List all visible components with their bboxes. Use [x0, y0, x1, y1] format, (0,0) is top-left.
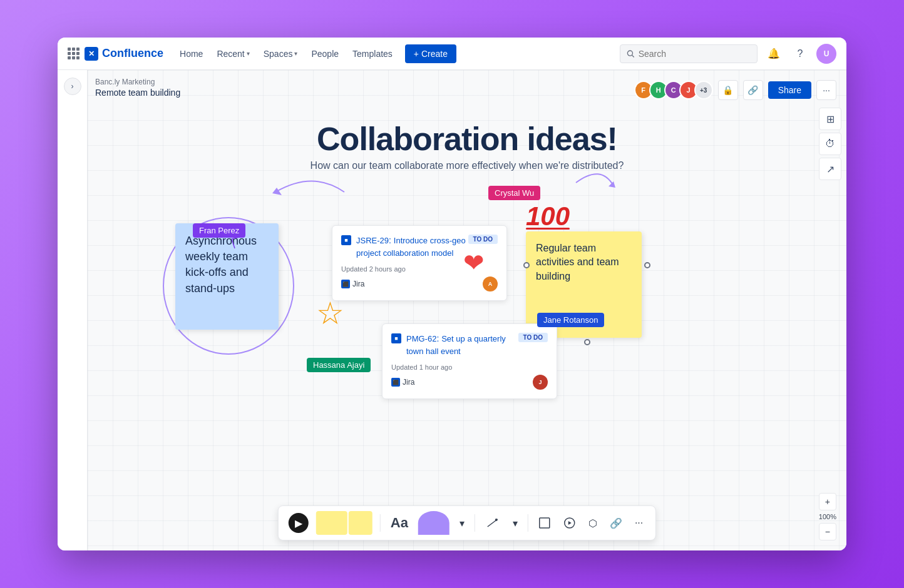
crystal-label: Crystal Wu: [488, 186, 540, 200]
zoom-level: 100%: [819, 513, 836, 520]
sticky-note-blue[interactable]: Asynchronous weekly team kick-offs and s…: [175, 223, 279, 330]
jira-icon-1: ■: [341, 235, 351, 245]
svg-point-2: [495, 519, 498, 521]
spaces-chevron: ▾: [294, 50, 297, 57]
cursor-icon[interactable]: ↗: [819, 158, 841, 180]
dot-connector-left: [523, 262, 530, 268]
lock-button[interactable]: 🔒: [718, 80, 738, 100]
dot-connector-bottom: [584, 339, 590, 345]
nav-people[interactable]: People: [305, 45, 345, 63]
jira-card2-status: TO DO: [518, 333, 548, 342]
bottom-toolbar: ▶ Aa ▾ ▾: [278, 505, 656, 540]
page-header: Banc.ly Marketing Remote team building: [95, 78, 180, 98]
recent-chevron: ▾: [247, 50, 250, 57]
jira-card2-updated: Updated 1 hour ago: [391, 363, 548, 371]
jira-source-icon-1: ⬛: [341, 280, 350, 288]
frame-tool[interactable]: [536, 514, 553, 532]
star-sticker[interactable]: ☆: [316, 295, 344, 332]
jira-card1-avatar: A: [483, 276, 498, 291]
logo-icon: ✕: [85, 47, 98, 61]
layout-icon[interactable]: ⊞: [819, 108, 841, 130]
confluence-logo[interactable]: ✕ Confluence: [85, 47, 163, 61]
navbar: ✕ Confluence Home Recent ▾ Spaces ▾ Peop…: [58, 38, 846, 70]
page-title: Remote team building: [95, 88, 180, 98]
jira-card1-status: TO DO: [468, 235, 498, 244]
stamp-tool[interactable]: ⬡: [586, 515, 600, 532]
share-button[interactable]: Share: [768, 81, 811, 99]
sticky-tool-2[interactable]: [349, 511, 372, 535]
hundred-sticker[interactable]: 100: [526, 201, 570, 230]
jira-card1-title: JSRE-29: Introduce cross-geo project col…: [356, 235, 468, 259]
jane-label: Jane Rotanson: [537, 313, 604, 327]
help-button[interactable]: ?: [790, 44, 810, 64]
nav-templates[interactable]: Templates: [346, 45, 399, 63]
logo-text: Confluence: [102, 47, 163, 60]
svg-rect-3: [540, 518, 550, 528]
search-icon: [627, 49, 635, 58]
dot-connector-right: [644, 262, 650, 268]
zoom-control: + 100% −: [819, 493, 836, 540]
nav-home[interactable]: Home: [173, 45, 209, 63]
search-input[interactable]: [639, 49, 751, 59]
jira-card2-title: PMG-62: Set up a quarterly town hall eve…: [406, 333, 518, 357]
more-options-button[interactable]: ···: [816, 80, 836, 100]
nav-spaces[interactable]: Spaces ▾: [257, 45, 304, 63]
main-canvas[interactable]: Banc.ly Marketing Remote team building F…: [88, 70, 846, 550]
jira-card1-source: ⬛ Jira: [341, 280, 364, 288]
line-chevron[interactable]: ▾: [510, 515, 520, 532]
fran-label: Fran Perez: [193, 223, 245, 238]
jira-card2-source: ⬛ Jira: [391, 378, 414, 387]
browser-window: ✕ Confluence Home Recent ▾ Spaces ▾ Peop…: [58, 38, 846, 550]
shape-chevron[interactable]: ▾: [457, 515, 467, 532]
notifications-button[interactable]: 🔔: [764, 44, 784, 64]
more-tools[interactable]: ···: [632, 515, 645, 531]
link-canvas-tool[interactable]: 🔗: [607, 515, 625, 532]
zoom-in-button[interactable]: +: [819, 493, 836, 510]
nav-links: Home Recent ▾ Spaces ▾ People Templates …: [173, 44, 615, 63]
breadcrumb: Banc.ly Marketing: [95, 78, 180, 86]
avatar-group: F H C J +3: [634, 81, 713, 99]
search-box[interactable]: [620, 44, 758, 63]
create-button[interactable]: + Create: [405, 44, 456, 63]
link-button[interactable]: 🔗: [743, 80, 763, 100]
jira-icon-2: ■: [391, 333, 401, 343]
avatar-extra-count[interactable]: +3: [694, 81, 713, 99]
play-button[interactable]: ▶: [289, 513, 309, 533]
text-tool[interactable]: Aa: [388, 512, 411, 534]
jira-source-icon-2: ⬛: [391, 378, 400, 387]
history-icon[interactable]: ⏱: [819, 133, 841, 155]
zoom-out-button[interactable]: −: [819, 523, 836, 540]
toolbar-divider-1: [380, 514, 381, 532]
app-grid-icon[interactable]: [68, 48, 80, 59]
nav-right: 🔔 ? U: [620, 44, 836, 64]
canvas-title: Collaboration ideas!: [311, 120, 624, 158]
svg-point-0: [627, 51, 632, 56]
right-sidebar: ⊞ ⏱ ↗: [819, 108, 846, 180]
left-sidebar: ›: [58, 70, 88, 550]
jira-card2-avatar: J: [533, 375, 548, 390]
content-area: › Banc.ly Marketing Remote team building…: [58, 70, 846, 550]
hassana-label: Hassana Ajayi: [307, 358, 371, 372]
jira-card-2[interactable]: ■ PMG-62: Set up a quarterly town hall e…: [382, 323, 557, 399]
canvas-title-section: Collaboration ideas! How can our team co…: [311, 120, 624, 171]
embed-tool[interactable]: [561, 514, 578, 532]
toolbar-divider-3: [528, 514, 528, 532]
canvas-subtitle: How can our team collaborate more effect…: [311, 160, 624, 171]
user-avatar[interactable]: U: [816, 44, 836, 64]
line-tool[interactable]: [483, 513, 503, 533]
top-action-bar: F H C J +3 🔒 🔗 Share ···: [634, 80, 836, 100]
sidebar-toggle-button[interactable]: ›: [64, 78, 81, 95]
heart-sticker[interactable]: ❤: [463, 248, 485, 277]
nav-recent[interactable]: Recent ▾: [210, 45, 255, 63]
toolbar-divider-2: [475, 514, 475, 532]
sticky-tool-1[interactable]: [316, 511, 347, 535]
shape-tool[interactable]: [418, 511, 449, 535]
